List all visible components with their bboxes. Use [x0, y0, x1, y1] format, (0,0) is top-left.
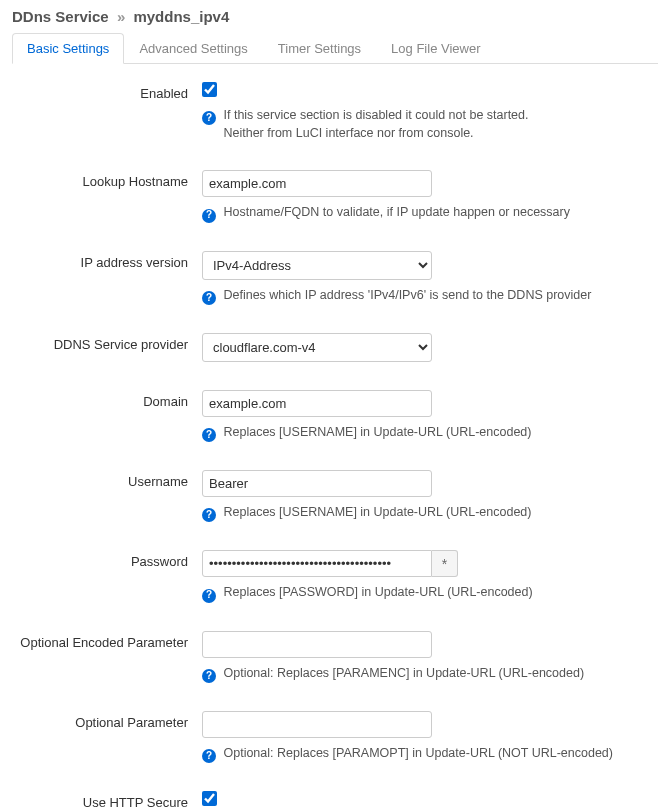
password-reveal-button[interactable]: *	[432, 550, 458, 577]
username-label: Username	[12, 470, 202, 522]
password-label: Password	[12, 550, 202, 602]
provider-label: DDNS Service provider	[12, 333, 202, 362]
title-sep: »	[117, 8, 125, 25]
enabled-label: Enabled	[12, 82, 202, 142]
https-checkbox[interactable]	[202, 791, 217, 806]
paramenc-help: ? Optional: Replaces [PARAMENC] in Updat…	[202, 664, 658, 683]
password-help: ? Replaces [PASSWORD] in Update-URL (URL…	[202, 583, 658, 602]
lookup-hostname-label: Lookup Hostname	[12, 170, 202, 222]
ip-version-label: IP address version	[12, 251, 202, 305]
paramenc-input[interactable]	[202, 631, 432, 658]
help-icon: ?	[202, 111, 216, 125]
enabled-help: ? If this service section is disabled it…	[202, 106, 658, 142]
help-icon: ?	[202, 508, 216, 522]
tab-log-file-viewer[interactable]: Log File Viewer	[376, 33, 495, 64]
paramopt-help: ? Optional: Replaces [PARAMOPT] in Updat…	[202, 744, 658, 763]
username-help: ? Replaces [USERNAME] in Update-URL (URL…	[202, 503, 658, 522]
help-icon: ?	[202, 669, 216, 683]
ip-version-select[interactable]: IPv4-Address	[202, 251, 432, 280]
paramenc-label: Optional Encoded Parameter	[12, 631, 202, 683]
domain-help: ? Replaces [USERNAME] in Update-URL (URL…	[202, 423, 658, 442]
tab-timer-settings[interactable]: Timer Settings	[263, 33, 376, 64]
paramopt-input[interactable]	[202, 711, 432, 738]
help-icon: ?	[202, 209, 216, 223]
username-input[interactable]	[202, 470, 432, 497]
domain-input[interactable]	[202, 390, 432, 417]
title-name: myddns_ipv4	[133, 8, 229, 25]
tabs: Basic Settings Advanced Settings Timer S…	[12, 33, 658, 64]
tab-advanced-settings[interactable]: Advanced Settings	[124, 33, 262, 64]
page-title: DDns Service » myddns_ipv4	[12, 8, 658, 25]
password-input[interactable]	[202, 550, 432, 577]
lookup-hostname-help: ? Hostname/FQDN to validate, if IP updat…	[202, 203, 658, 222]
help-icon: ?	[202, 749, 216, 763]
lookup-hostname-input[interactable]	[202, 170, 432, 197]
https-label: Use HTTP Secure	[12, 791, 202, 809]
paramopt-label: Optional Parameter	[12, 711, 202, 763]
tab-basic-settings[interactable]: Basic Settings	[12, 33, 124, 64]
help-icon: ?	[202, 589, 216, 603]
domain-label: Domain	[12, 390, 202, 442]
ip-version-help: ? Defines which IP address 'IPv4/IPv6' i…	[202, 286, 658, 305]
title-service: DDns Service	[12, 8, 109, 25]
help-icon: ?	[202, 428, 216, 442]
enabled-checkbox[interactable]	[202, 82, 217, 97]
provider-select[interactable]: cloudflare.com-v4	[202, 333, 432, 362]
help-icon: ?	[202, 291, 216, 305]
